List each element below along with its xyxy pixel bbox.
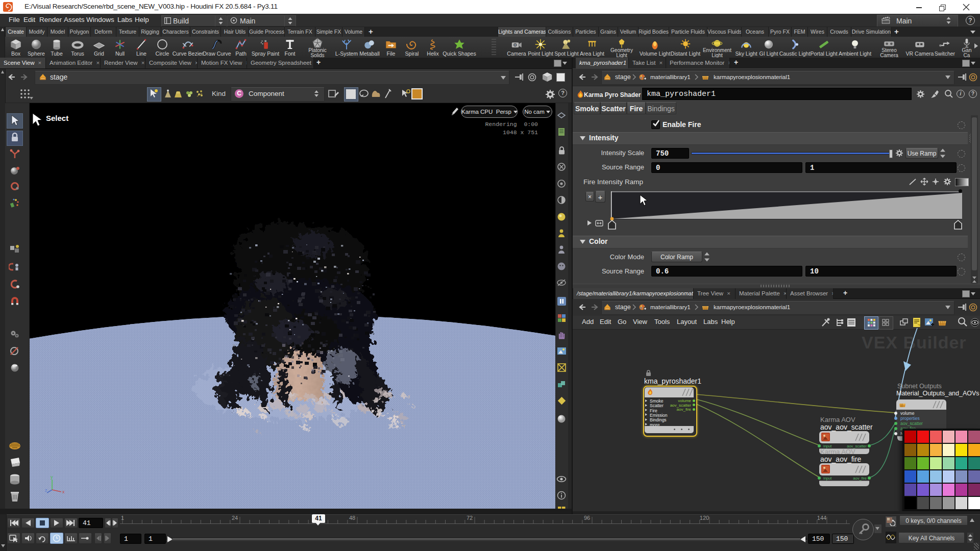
svg-text:z: z — [45, 488, 47, 493]
svg-text:y: y — [51, 474, 53, 480]
svg-text:x: x — [62, 489, 65, 494]
